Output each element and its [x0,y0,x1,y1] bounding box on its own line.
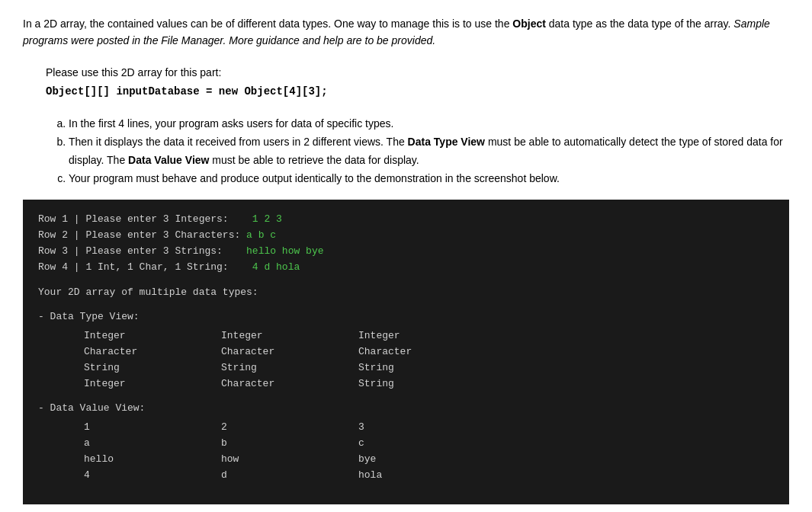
data-type-grid: Integer Character String Integer Integer… [38,328,774,392]
instruction-a-text: In the first 4 lines, your program asks … [69,117,393,130]
dval-r1c0: a [84,436,175,452]
data-type-header: - Data Type View: [38,309,774,325]
object-bold: Object [512,18,546,30]
dtype-r1c0: Character [84,344,175,360]
dtype-r2c0: String [84,360,175,376]
row1-value: 1 2 3 [252,213,282,225]
terminal-input-rows: Row 1 | Please enter 3 Integers: 1 2 3 R… [38,212,774,275]
dval-r3c2: hola [358,468,450,484]
terminal-window: Row 1 | Please enter 3 Integers: 1 2 3 R… [23,200,789,504]
dtype-r0c1: Integer [221,328,313,344]
data-value-col-2: 3 c bye hola [313,420,450,483]
dval-r0c0: 1 [84,420,175,436]
use-section: Please use this 2D array for this part: … [46,63,789,101]
row4-label: Row 4 | 1 Int, 1 Char, 1 String: [38,261,229,273]
dtype-r2c2: String [358,360,450,376]
input-row-1: Row 1 | Please enter 3 Integers: 1 2 3 [38,212,774,228]
intro-paragraph: In a 2D array, the contained values can … [23,15,789,50]
dval-r3c1: d [221,468,313,484]
code-declaration: Object[][] inputDatabase = new Object[4]… [46,82,789,101]
data-type-col-1: Integer Character String Character [175,328,313,392]
dtype-r1c2: Character [358,344,450,360]
data-value-col-0: 1 a hello 4 [38,420,175,483]
data-type-view-bold: Data Type View [408,136,485,148]
dval-r1c2: c [358,436,450,452]
instructions-list: In the first 4 lines, your program asks … [53,115,789,187]
instruction-a: In the first 4 lines, your program asks … [69,115,789,133]
dval-r3c0: 4 [84,468,175,484]
dtype-r2c1: String [221,360,313,376]
data-value-grid: 1 a hello 4 2 b how d 3 c bye hola [38,420,774,483]
use-label: Please use this 2D array for this part: [46,63,789,82]
dtype-r3c0: Integer [84,376,175,392]
data-value-view-bold: Data Value View [128,154,209,166]
row2-value: a b c [246,229,276,241]
dtype-r3c2: String [358,376,450,392]
dtype-r1c1: Character [221,344,313,360]
dval-r2c0: hello [84,452,175,468]
input-row-4: Row 4 | 1 Int, 1 Char, 1 String: 4 d hol… [38,260,774,276]
data-value-header: - Data Value View: [38,401,774,417]
row3-label: Row 3 | Please enter 3 Strings: [38,245,223,257]
dval-r2c2: bye [358,452,450,468]
dtype-r3c1: Character [221,376,313,392]
row2-label: Row 2 | Please enter 3 Characters: [38,229,240,241]
input-row-3: Row 3 | Please enter 3 Strings: hello ho… [38,244,774,260]
instruction-c: Your program must behave and produce out… [69,170,789,188]
data-value-col-1: 2 b how d [175,420,313,483]
row4-value: 4 d hola [252,261,300,273]
instruction-b: Then it displays the data it received fr… [69,133,789,170]
dtype-r0c0: Integer [84,328,175,344]
dval-r2c1: how [221,452,313,468]
row3-value: hello how bye [246,245,323,257]
dval-r0c2: 3 [358,420,450,436]
sample-programs-italic: Sample programs were posted in the File … [23,18,770,46]
array-label: Your 2D array of multiple data types: [38,285,774,301]
dval-r0c1: 2 [221,420,313,436]
row1-label: Row 1 | Please enter 3 Integers: [38,213,229,225]
input-row-2: Row 2 | Please enter 3 Characters: a b c [38,228,774,244]
data-type-col-0: Integer Character String Integer [38,328,175,392]
dval-r1c1: b [221,436,313,452]
dtype-r0c2: Integer [358,328,450,344]
instruction-c-text: Your program must behave and produce out… [69,172,560,184]
data-type-col-2: Integer Character String String [313,328,450,392]
